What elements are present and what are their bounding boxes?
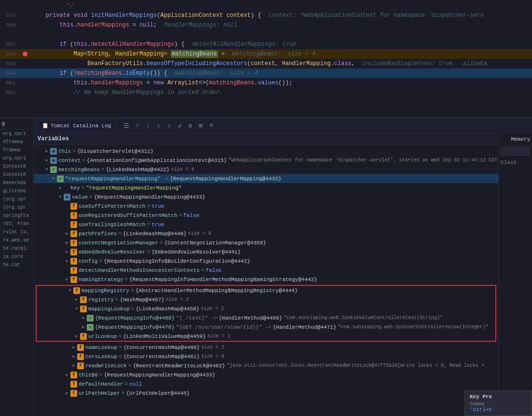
var-eq: = — [72, 148, 76, 154]
toolbar-icon-refresh[interactable]: ↺ — [175, 121, 184, 130]
toolbar-icon-down[interactable]: ↓ — [143, 121, 152, 130]
expand-arrow-namelookup[interactable] — [70, 345, 77, 350]
var-row-urllookup[interactable]: f urlLookup = {LinkedMultiValueMap@4459}… — [37, 332, 495, 341]
sidebar-item-8[interactable]: gListene — [0, 187, 33, 195]
sidebar-item-14[interactable]: rk.web.se — [0, 236, 33, 244]
var-name-context: context — [58, 158, 81, 163]
sidebar-item-1[interactable]: org.spri — [0, 130, 33, 138]
var-row-usesuffix[interactable]: f useSuffixPatternMatch = true — [34, 201, 498, 211]
var-row-corslookup[interactable]: f corsLookup = {ConcurrentHashMap@4461} … — [34, 352, 498, 361]
sidebar-item-4[interactable]: org.spri — [0, 154, 33, 162]
var-row-this0[interactable]: f this$0 = {RequestMappingHandlerMapping… — [34, 370, 498, 379]
expand-arrow-this0[interactable] — [64, 372, 70, 377]
expand-arrow-mappingreg[interactable] — [67, 288, 73, 293]
expand-arrow-rmi2[interactable] — [80, 324, 87, 330]
var-row-registry[interactable]: f registry = {HashMap@4457} size = 2 — [37, 295, 495, 304]
var-eq: = — [99, 258, 103, 264]
toolbar-icon-wrap[interactable]: ≡ — [207, 121, 216, 130]
expand-arrow-rmi1[interactable] — [80, 315, 87, 321]
expand-arrow-urlpathhelper[interactable] — [64, 390, 70, 396]
sidebar-item-16[interactable]: ia.core — [0, 253, 33, 261]
expand-arrow-registry[interactable] — [73, 297, 80, 302]
sidebar-item-9[interactable]: (org.spr — [0, 195, 33, 203]
var-val-rmi2: {HandlerMethod@4471} — [273, 324, 336, 330]
expand-arrow-key[interactable] — [57, 185, 64, 190]
var-row-detecthandler[interactable]: f detectHandlerMethodsInAncestorContexts… — [34, 266, 498, 275]
var-row-contentneg[interactable]: f contentNegotiationManager = {ContentNe… — [34, 238, 498, 247]
var-eq: = — [179, 213, 182, 218]
sidebar-item-15[interactable]: te.catalina — [0, 244, 33, 253]
expand-arrow-rwlock[interactable] — [70, 363, 77, 368]
toolbar-icons: ☰ ↑ ↓ ⇩ ⇧ ↺ ⚙ ⊞ ≡ — [122, 121, 216, 130]
expand-arrow-config[interactable] — [64, 258, 70, 264]
var-row-mappingreg[interactable]: f mappingRegistry = {AbstractHandlerMeth… — [37, 286, 495, 295]
var-name-this0: this$0 — [79, 372, 98, 378]
sidebar-item-11[interactable]: springfra — [0, 212, 33, 220]
sidebar-item-3[interactable]: framew — [0, 146, 33, 154]
var-type-rmi2: "com.sunxiaping.web.SysUserController#vi… — [338, 324, 489, 330]
var-row-defaulthandler[interactable]: f defaultHandler = null — [34, 379, 498, 389]
toolbar-icon-filter[interactable]: ⚙ — [186, 121, 194, 130]
var-row-mappinglookup[interactable]: f mappingLookup = {LinkedHashMap@4458} s… — [37, 304, 495, 313]
var-row-rwlock[interactable]: f readWriteLock = {ReentrantReadWriteLoc… — [34, 361, 498, 370]
line-number: 602 — [0, 90, 20, 95]
var-eq: "{ /test}" — [176, 315, 208, 321]
expand-arrow-mappinglookup[interactable] — [73, 307, 80, 311]
var-icon-f11: f — [80, 296, 87, 303]
var-row-rmhm[interactable]: = "requestMappingHandlerMapping" -> {Req… — [34, 174, 498, 183]
key-pre-cmd-label: Comma — [470, 402, 484, 407]
sidebar-item-13[interactable]: rvlet (org — [0, 228, 33, 236]
expand-arrow-value[interactable] — [57, 195, 64, 200]
tab-icon: 📋 — [42, 122, 49, 129]
expand-arrow-matchingbeans[interactable] — [43, 167, 50, 172]
expand-arrow-context[interactable] — [43, 158, 50, 163]
tab-tomcat-catalina[interactable]: 📋 Tomcat Catalina Log — [37, 120, 116, 131]
toolbar-icon-table[interactable]: ⊞ — [196, 121, 205, 130]
var-arrow2: -> — [265, 324, 271, 330]
var-icon-f18: f — [70, 381, 77, 388]
expand-arrow-corslookup[interactable] — [70, 354, 77, 359]
var-row-urlpathhelper[interactable]: f urlPathHelper = {UrlPathHelper@4445} — [34, 389, 498, 398]
expand-arrow-rmhm[interactable] — [50, 176, 57, 181]
toolbar-icon-up[interactable]: ↑ — [133, 121, 141, 130]
expand-arrow-embeddedval[interactable] — [64, 249, 70, 255]
code-lines: */ 595 private void initHandlerMappings(… — [0, 0, 532, 98]
panel-body: Variables ◉ this = {DispatcherServlet@43… — [34, 134, 532, 416]
expand-arrow-pathprefixes[interactable] — [64, 231, 70, 236]
toolbar-icon-down-alt[interactable]: ⇩ — [154, 121, 163, 130]
expand-arrow-naming[interactable] — [64, 277, 70, 282]
toolbar-icon-up-alt[interactable]: ⇧ — [164, 121, 173, 130]
var-row-naming[interactable]: f namingStrategy = {RequestMappingInfoHa… — [34, 275, 498, 284]
var-row-pathprefixes[interactable]: f pathPrefixes = {LinkedHashMap@4440} si… — [34, 229, 498, 238]
line-number: 600 — [0, 70, 20, 76]
var-row-key[interactable]: key = "requestMappingHandlerMapping" — [34, 183, 498, 192]
expand-arrow-urllookup[interactable] — [73, 334, 80, 339]
var-row-useregistered[interactable]: f useRegisteredSuffixPatternMatch = fals… — [34, 211, 498, 220]
var-row-matchingbeans[interactable]: = matchingBeans = {LinkedHashMap@4422} s… — [34, 165, 498, 174]
var-eq: = — [119, 345, 122, 350]
variables-pane[interactable]: ◉ this = {DispatcherServlet@4311} ◉ cont… — [34, 145, 498, 416]
sidebar-item-17[interactable]: he.cat — [0, 261, 33, 269]
line-content: // We keep HandlerMappings in sorted ord… — [30, 89, 532, 96]
var-eq: = — [119, 354, 122, 360]
var-row-namelookup[interactable]: f nameLookup = {ConcurrentHashMap@4460} … — [34, 343, 498, 352]
var-row-usetrailing[interactable]: f useTrailingSlashMatch = true — [34, 220, 498, 229]
sidebar-item-5[interactable]: ContextR — [0, 162, 33, 171]
var-row-context[interactable]: ◉ context = {AnnotationConfigWebApplicat… — [34, 156, 498, 165]
expand-arrow-this[interactable] — [43, 148, 50, 154]
toolbar-icon-list[interactable]: ☰ — [122, 121, 131, 130]
var-row-rmi2[interactable]: = {RequestMappingInfo@4470} "{GET /sys/u… — [37, 322, 495, 332]
var-row-this[interactable]: ◉ this = {DispatcherServlet@4311} — [34, 147, 498, 156]
sidebar-item-7[interactable]: GenerAda — [0, 179, 33, 187]
sidebar-item-6[interactable]: ContextR — [0, 171, 33, 179]
var-row-value[interactable]: ◉ value = {RequestMappingHandlerMapping@… — [34, 192, 498, 201]
sidebar-item-10[interactable]: (org.spr — [0, 203, 33, 212]
var-row-config[interactable]: f config = {RequestMappingInfo$BuilderCo… — [34, 256, 498, 266]
right-search-input[interactable] — [501, 148, 530, 156]
sidebar-item-12[interactable]: 702, Fran — [0, 220, 33, 228]
expand-arrow-contentneg[interactable] — [64, 240, 70, 245]
var-row-embeddedval[interactable]: f embeddedValueResolver = {EmbeddedValue… — [34, 247, 498, 256]
sidebar-item-2[interactable]: nframew — [0, 138, 33, 146]
var-row-rmi1[interactable]: = {RequestMappingInfo@4468} "{ /test}" -… — [37, 313, 495, 322]
sidebar-tab-g[interactable]: g — [0, 118, 33, 130]
